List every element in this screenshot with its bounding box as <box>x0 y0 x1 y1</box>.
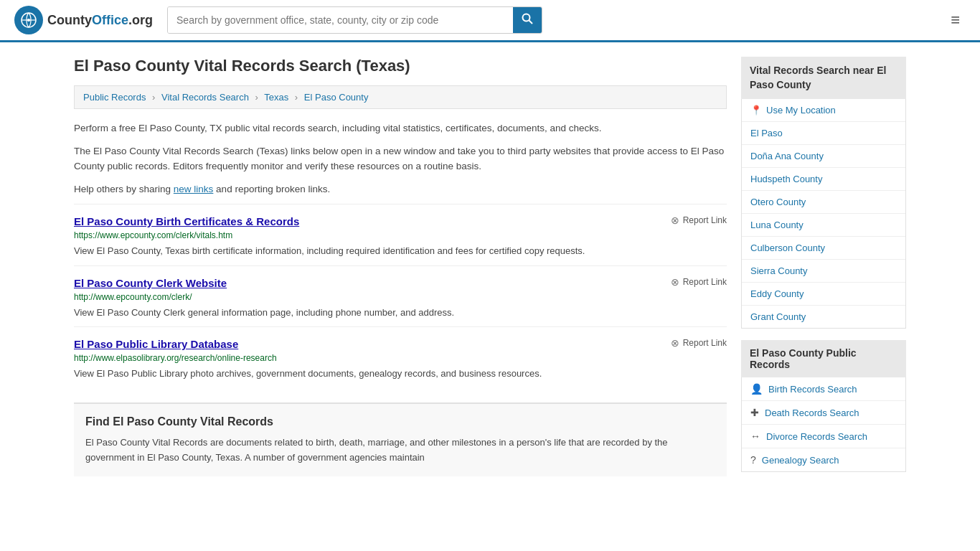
description-block: Perform a free El Paso County, TX public… <box>74 121 727 197</box>
sidebar-records-list: 👤 Birth Records Search ✚ Death Records S… <box>741 377 906 472</box>
logo-link[interactable]: CountyOffice.org <box>14 6 153 34</box>
breadcrumb-sep-2: › <box>255 92 258 103</box>
desc-2: The El Paso County Vital Records Search … <box>74 143 727 174</box>
record-desc-2: View El Paso County Clerk general inform… <box>74 306 727 320</box>
sidebar: Vital Records Search near El Paso County… <box>741 57 906 476</box>
report-label-3: Report Link <box>683 338 727 348</box>
sidebar-item-culberson[interactable]: Culberson County <box>742 237 905 260</box>
search-input[interactable] <box>168 7 513 33</box>
link-hudspeth[interactable]: Hudspeth County <box>750 174 822 184</box>
content-area: El Paso County Vital Records Search (Tex… <box>74 57 727 476</box>
link-luna[interactable]: Luna County <box>750 220 804 230</box>
record-desc-3: View El Paso Public Library photo archiv… <box>74 367 727 381</box>
death-records-link[interactable]: Death Records Search <box>765 408 859 418</box>
record-url-3: http://www.elpasolibrary.org/research/on… <box>74 353 727 363</box>
link-el-paso[interactable]: El Paso <box>750 128 783 138</box>
record-entry-1: El Paso County Birth Certificates & Reco… <box>74 204 727 265</box>
report-link-1[interactable]: ⊗ Report Link <box>671 215 727 226</box>
svg-point-2 <box>27 19 30 22</box>
link-otero[interactable]: Otero County <box>750 197 806 207</box>
desc-1: Perform a free El Paso County, TX public… <box>74 121 727 136</box>
record-entry-3: El Paso Public Library Database ⊗ Report… <box>74 326 727 388</box>
report-link-3[interactable]: ⊗ Report Link <box>671 337 727 349</box>
location-pin-icon: 📍 <box>750 105 762 116</box>
divorce-records-link[interactable]: Divorce Records Search <box>766 431 867 442</box>
record-title-3: El Paso Public Library Database <box>74 337 238 351</box>
record-link-2[interactable]: El Paso County Clerk Website <box>74 277 227 289</box>
record-link-3[interactable]: El Paso Public Library Database <box>74 338 238 350</box>
report-label-1: Report Link <box>683 215 727 225</box>
search-button[interactable] <box>513 7 542 33</box>
desc-3-post: and reporting broken links. <box>213 184 330 194</box>
sidebar-item-grant[interactable]: Grant County <box>742 306 905 328</box>
sidebar-item-dona-ana[interactable]: Doña Ana County <box>742 145 905 168</box>
genealogy-records-link[interactable]: Genealogy Search <box>762 455 839 466</box>
main-container: El Paso County Vital Records Search (Tex… <box>60 42 920 491</box>
report-link-2[interactable]: ⊗ Report Link <box>671 276 727 288</box>
link-grant[interactable]: Grant County <box>750 311 806 322</box>
desc-3-pre: Help others by sharing <box>74 184 174 194</box>
find-section-title: Find El Paso County Vital Records <box>85 415 715 428</box>
sidebar-item-hudspeth[interactable]: Hudspeth County <box>742 168 905 191</box>
find-section-text: El Paso County Vital Records are documen… <box>85 435 715 466</box>
birth-records-link[interactable]: Birth Records Search <box>768 384 857 395</box>
link-dona-ana[interactable]: Doña Ana County <box>750 151 824 161</box>
hamburger-menu[interactable]: ≡ <box>945 8 966 32</box>
breadcrumb-el-paso-county[interactable]: El Paso County <box>304 92 369 103</box>
link-eddy[interactable]: Eddy County <box>750 288 804 299</box>
desc-3: Help others by sharing new links and rep… <box>74 182 727 197</box>
search-bar <box>167 6 542 34</box>
breadcrumb: Public Records › Vital Records Search › … <box>74 85 727 109</box>
record-link-1[interactable]: El Paso County Birth Certificates & Reco… <box>74 215 299 227</box>
find-section: Find El Paso County Vital Records El Pas… <box>74 402 727 477</box>
death-records-icon: ✚ <box>750 407 759 418</box>
logo-icon <box>14 6 43 34</box>
record-url-1: https://www.epcounty.com/clerk/vitals.ht… <box>74 230 727 240</box>
use-my-location-link[interactable]: Use My Location <box>766 105 836 116</box>
sidebar-item-luna[interactable]: Luna County <box>742 214 905 237</box>
report-icon-2: ⊗ <box>671 276 679 288</box>
breadcrumb-vital-records[interactable]: Vital Records Search <box>161 92 249 103</box>
genealogy-records-icon: ? <box>750 454 756 466</box>
svg-line-4 <box>529 21 533 24</box>
record-url-2: http://www.epcounty.com/clerk/ <box>74 292 727 302</box>
divorce-records-icon: ↔ <box>750 430 760 442</box>
new-links-link[interactable]: new links <box>174 184 214 194</box>
sidebar-nearby-list: 📍 Use My Location El Paso Doña Ana Count… <box>741 99 906 329</box>
record-entries: El Paso County Birth Certificates & Reco… <box>74 204 727 388</box>
report-label-2: Report Link <box>683 277 727 287</box>
sidebar-item-el-paso[interactable]: El Paso <box>742 122 905 145</box>
sidebar-use-my-location[interactable]: 📍 Use My Location <box>742 99 905 122</box>
breadcrumb-public-records[interactable]: Public Records <box>83 92 146 103</box>
sidebar-item-otero[interactable]: Otero County <box>742 191 905 214</box>
birth-records-icon: 👤 <box>750 383 763 395</box>
sidebar-record-death[interactable]: ✚ Death Records Search <box>742 401 905 425</box>
breadcrumb-sep-1: › <box>152 92 155 103</box>
sidebar-record-birth[interactable]: 👤 Birth Records Search <box>742 377 905 401</box>
logo-text: CountyOffice.org <box>47 13 153 28</box>
report-icon-1: ⊗ <box>671 215 679 226</box>
sidebar-nearby-header: Vital Records Search near El Paso County <box>741 57 906 99</box>
sidebar-records-section: El Paso County Public Records 👤 Birth Re… <box>741 340 906 472</box>
page-title: El Paso County Vital Records Search (Tex… <box>74 57 727 75</box>
record-entry-2: El Paso County Clerk Website ⊗ Report Li… <box>74 265 727 327</box>
record-title-2: El Paso County Clerk Website <box>74 276 227 290</box>
sidebar-item-eddy[interactable]: Eddy County <box>742 283 905 306</box>
sidebar-record-divorce[interactable]: ↔ Divorce Records Search <box>742 425 905 448</box>
breadcrumb-sep-3: › <box>295 92 298 103</box>
breadcrumb-texas[interactable]: Texas <box>264 92 288 103</box>
sidebar-record-genealogy[interactable]: ? Genealogy Search <box>742 448 905 471</box>
report-icon-3: ⊗ <box>671 337 679 349</box>
sidebar-item-sierra[interactable]: Sierra County <box>742 260 905 283</box>
link-culberson[interactable]: Culberson County <box>750 242 825 253</box>
link-sierra[interactable]: Sierra County <box>750 265 807 276</box>
svg-point-3 <box>523 14 530 22</box>
sidebar-records-header: El Paso County Public Records <box>741 340 906 377</box>
header: CountyOffice.org ≡ <box>0 0 980 42</box>
record-desc-1: View El Paso County, Texas birth certifi… <box>74 244 727 258</box>
sidebar-nearby-section: Vital Records Search near El Paso County… <box>741 57 906 329</box>
record-title-1: El Paso County Birth Certificates & Reco… <box>74 215 299 228</box>
